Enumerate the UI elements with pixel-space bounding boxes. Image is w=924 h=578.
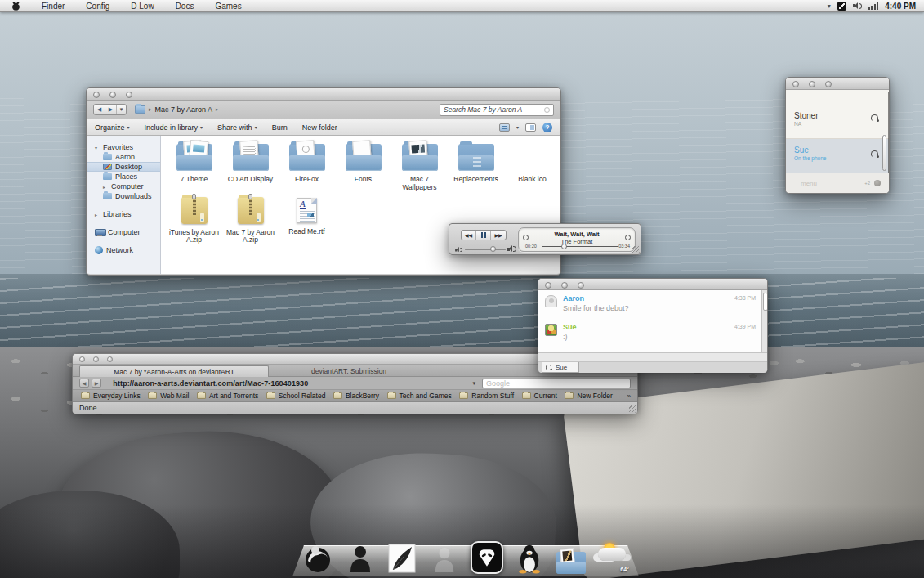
scrollbar[interactable] — [761, 290, 767, 352]
contact-row[interactable]: Sue On the phone — [786, 139, 889, 174]
apple-menu-icon[interactable] — [11, 1, 20, 11]
file-item[interactable]: A Read Me.rtf — [279, 192, 335, 245]
sidebar-group-favorites[interactable]: ▾ Favorites — [87, 142, 160, 152]
contact-row[interactable]: Stoner NA — [786, 90, 889, 139]
volume-slider-track[interactable] — [465, 249, 506, 251]
bookmark-folder[interactable]: Tech and Games — [387, 392, 452, 400]
minimize-window-button[interactable] — [809, 81, 815, 87]
forward-button[interactable]: ▶ — [92, 379, 101, 388]
back-button[interactable]: ◀ — [94, 105, 105, 114]
sidebar-item-desktop[interactable]: Desktop — [87, 162, 160, 172]
file-item[interactable]: Blank.ico — [504, 139, 560, 192]
weather-dock-icon[interactable]: 64° — [596, 538, 631, 574]
maximize-window-button[interactable] — [578, 282, 584, 289]
volume-icon[interactable] — [853, 2, 862, 10]
minimize-window-button[interactable] — [109, 92, 116, 98]
bookmark-folder[interactable]: Current — [522, 392, 557, 400]
maximize-window-button[interactable] — [126, 92, 132, 98]
menu-button[interactable]: menu — [801, 180, 817, 187]
new-folder-button[interactable]: New folder — [302, 123, 337, 132]
minimize-window-button[interactable] — [561, 282, 568, 289]
breadcrumb[interactable]: Mac 7 by Aaron A — [155, 105, 213, 114]
search-input[interactable] — [444, 105, 540, 114]
browser-tab[interactable]: deviantART: Submission — [283, 365, 414, 377]
tux-penguin-dock-icon[interactable] — [512, 538, 547, 574]
resize-grip[interactable] — [632, 246, 640, 253]
ghost-app-dock-icon[interactable] — [427, 538, 462, 574]
bookmark-folder[interactable]: Web Mail — [148, 392, 189, 400]
foobar2000-dock-icon[interactable] — [470, 538, 504, 574]
feather-quill-dock-icon[interactable] — [385, 538, 419, 574]
organize-button[interactable]: Organize▾ — [95, 123, 130, 132]
sidebar-item-aaron[interactable]: Aaron — [87, 152, 160, 162]
explorer-folder-dock-icon[interactable] — [554, 538, 588, 574]
file-item[interactable]: CD Art Display — [222, 139, 279, 192]
share-with-button[interactable]: Share with▾ — [217, 123, 257, 132]
seek-bar-thumb[interactable] — [561, 244, 567, 249]
forward-button[interactable]: ▶ — [105, 105, 117, 114]
maximize-window-button[interactable] — [825, 81, 832, 87]
next-track-button[interactable]: ▶▶ — [491, 231, 506, 240]
bookmark-folder[interactable]: Random Stuff — [459, 392, 514, 400]
views-caret-icon[interactable]: ▾ — [516, 124, 519, 130]
include-in-library-button[interactable]: Include in library▾ — [145, 123, 203, 132]
messenger-buddy-dock-icon[interactable] — [343, 538, 377, 574]
menu-item-finder[interactable]: Finder — [42, 2, 65, 11]
sidebar-item-computer[interactable]: Computer — [87, 227, 160, 237]
tray-expand-caret-icon[interactable]: ▾ — [828, 2, 831, 10]
minimize-window-button[interactable] — [93, 356, 99, 362]
pause-button[interactable] — [476, 231, 491, 240]
close-window-button[interactable] — [545, 282, 551, 289]
resize-grip[interactable] — [629, 405, 636, 413]
sidebar-item-downloads[interactable]: Downloads — [87, 191, 160, 201]
menu-item-dlow[interactable]: D Low — [131, 2, 154, 11]
browser-tab-active[interactable]: Mac 7 by *Aaron-A-Arts on deviantART — [79, 365, 269, 377]
maximize-window-button[interactable] — [107, 356, 113, 362]
headset-icon[interactable] — [871, 150, 879, 158]
volume-slider-thumb[interactable] — [490, 246, 496, 252]
close-window-button[interactable] — [792, 81, 799, 87]
file-item[interactable]: Mac 7 Wallpapers — [391, 139, 448, 192]
sidebar-group-libraries[interactable]: ▸ Libraries — [87, 209, 160, 219]
disclosure-closed-icon[interactable]: ▸ — [95, 212, 100, 217]
network-signal-icon[interactable] — [868, 2, 879, 10]
close-window-button[interactable] — [79, 356, 85, 362]
close-window-button[interactable] — [93, 92, 100, 98]
change-view-icon[interactable] — [499, 123, 510, 132]
bookmark-folder[interactable]: Everyday Links — [81, 392, 141, 400]
url-dropdown-caret-icon[interactable]: ▾ — [472, 380, 475, 387]
preview-pane-icon[interactable] — [525, 123, 536, 132]
chat-input-field[interactable] — [538, 352, 767, 362]
file-item[interactable]: Mac 7 by Aaron A.zip — [222, 192, 279, 245]
disclosure-closed-icon[interactable]: ▸ — [103, 184, 108, 190]
previous-track-button[interactable]: ◀◀ — [462, 231, 476, 240]
headset-icon[interactable] — [871, 114, 879, 122]
back-button[interactable]: ◀ — [79, 379, 89, 388]
bookmark-folder[interactable]: School Related — [266, 392, 326, 400]
history-caret-button[interactable]: ▾ — [117, 105, 126, 114]
clock[interactable]: 4:40 PM — [885, 2, 916, 11]
bookmarks-overflow-chevron[interactable]: » — [627, 392, 631, 400]
sidebar-item-places[interactable]: Places — [87, 172, 160, 181]
firefox-mono-dock-icon[interactable] — [301, 538, 335, 574]
contacts-titlebar[interactable] — [786, 78, 889, 90]
file-item[interactable]: iTunes by Aaron A.zip — [166, 192, 222, 245]
scrollbar-thumb[interactable] — [882, 135, 886, 171]
gear-icon[interactable] — [874, 180, 881, 186]
menu-item-games[interactable]: Games — [215, 2, 241, 11]
file-item[interactable]: Replacements — [448, 139, 504, 192]
seek-bar-track[interactable] — [542, 246, 618, 248]
tray-app-icon[interactable] — [837, 2, 846, 11]
sidebar-item-computer-fav[interactable]: ▸ Computer — [87, 181, 160, 191]
menu-item-docs[interactable]: Docs — [176, 2, 194, 11]
menu-item-config[interactable]: Config — [86, 2, 109, 11]
bookmark-folder[interactable]: New Folder — [565, 392, 612, 400]
url-field[interactable]: http://aaron-a-arts.deviantart.com/art/M… — [113, 379, 308, 388]
burn-button[interactable]: Burn — [272, 123, 288, 132]
file-item[interactable]: FireFox — [279, 139, 335, 192]
bookmark-folder[interactable]: BlackBerry — [333, 392, 379, 400]
bookmark-folder[interactable]: Art and Torrents — [197, 392, 258, 400]
explorer-titlebar[interactable] — [87, 88, 560, 101]
file-item[interactable]: 7 Theme — [166, 139, 222, 192]
sidebar-item-network[interactable]: Network — [87, 245, 160, 255]
